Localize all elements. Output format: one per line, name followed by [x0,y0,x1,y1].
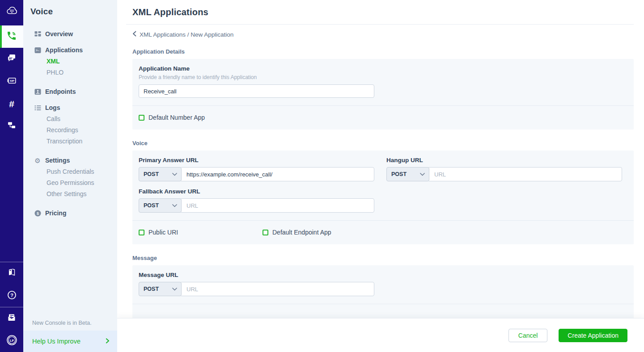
sidebar-item-label: Pricing [45,210,66,217]
help-us-improve-label: Help Us Improve [32,338,80,345]
sidebar-item-label: Settings [45,157,70,164]
chevron-down-icon [420,171,425,177]
sidebar-item-phlo[interactable]: PHLO [47,67,117,78]
svg-text:$: $ [36,211,38,215]
message-url-label: Message URL [139,272,627,278]
message-method-value: POST [144,286,159,292]
hangup-method-select[interactable]: POST [386,167,429,181]
sidebar-product-title: Voice [23,0,117,17]
hangup-url-input[interactable] [428,167,622,181]
sidebar-item-settings[interactable]: ⚙ Settings [34,155,117,166]
rail-phlo-button[interactable] [0,115,23,137]
main-content: XML Applications XML Applications / New … [117,0,644,352]
rail-phone-numbers-button[interactable]: # [0,92,23,115]
voice-card: Primary Answer URL POST Hangup URL [132,151,634,244]
icon-rail: SIP # ? [0,0,23,352]
phlo-sitemap-icon [6,120,17,132]
rail-account-button[interactable]: LF [0,330,23,352]
create-application-button[interactable]: Create Application [559,329,627,342]
account-avatar: LF [6,334,18,348]
sidebar-item-other-settings[interactable]: Other Settings [47,189,117,200]
plivo-logo-button[interactable] [0,0,23,22]
sidebar-item-endpoints[interactable]: Endpoints [34,86,117,97]
sidebar-item-xml[interactable]: XML [47,56,117,67]
fallback-method-value: POST [144,202,159,209]
sidebar-item-label: Endpoints [45,88,76,95]
default-number-app-checkbox[interactable] [139,115,144,121]
sidebar-item-overview[interactable]: Overview [34,28,117,40]
voice-phone-icon [6,30,17,43]
sidebar-item-label: Overview [45,30,73,38]
card-divider [132,220,634,221]
sidebar-item-geo-permissions[interactable]: Geo Permissions [47,177,117,189]
application-name-input[interactable] [139,84,374,98]
messaging-chat-icon [6,53,17,65]
sidebar: Voice Overview >- Applications XML PHLO [23,0,117,352]
message-url-input[interactable] [180,282,374,296]
sidebar-item-recordings[interactable]: Recordings [47,125,117,136]
section-label-voice: Voice [132,140,634,147]
rail-spacer [0,137,23,262]
help-us-improve-link[interactable]: Help Us Improve [23,331,117,352]
default-number-app-label: Default Number App [148,114,205,121]
cancel-button[interactable]: Cancel [508,329,548,342]
svg-text:LF: LF [9,338,14,342]
sidebar-item-logs[interactable]: Logs [34,102,117,113]
rail-docs-button[interactable] [0,262,23,285]
list-icon [34,104,41,111]
breadcrumb-text: XML Applications / New Application [140,31,233,38]
public-uri-label: Public URI [148,229,178,236]
sidebar-item-label: Applications [45,46,83,54]
endpoint-icon [34,88,41,95]
fallback-method-select[interactable]: POST [139,198,182,213]
application-details-card: Application Name Provide a friendly name… [132,59,634,130]
section-label-message: Message [132,255,634,261]
chevron-down-icon [172,202,177,209]
primary-answer-url-label: Primary Answer URL [139,157,374,163]
docs-book-icon [6,267,17,280]
beta-note: New Console is in Beta. [23,320,117,331]
plivo-logo-icon [6,4,18,18]
billing-invoice-icon: $ [6,312,17,325]
rail-sip-trunking-button[interactable]: SIP [0,70,23,92]
sidebar-item-calls[interactable]: Calls [47,113,117,125]
sidebar-item-pricing[interactable]: $ Pricing [34,207,117,219]
section-label-application-details: Application Details [132,48,634,55]
svg-text:?: ? [10,292,13,298]
sidebar-nav: Overview >- Applications XML PHLO [23,17,117,320]
footer-action-bar: Cancel Create Application [117,318,644,352]
dashboard-icon [34,30,41,38]
sidebar-item-transcription[interactable]: Transcription [47,136,117,147]
rail-billing-button[interactable]: $ [0,307,23,330]
default-endpoint-app-checkbox[interactable] [263,230,268,235]
public-uri-checkbox[interactable] [139,230,144,235]
rail-help-button[interactable]: ? [0,285,23,307]
primary-answer-url-input[interactable] [180,167,374,181]
title-divider [126,24,634,25]
fallback-answer-url-label: Fallback Answer URL [139,188,374,195]
gear-icon: ⚙ [34,157,41,164]
application-name-help: Provide a friendly name to identify this… [139,74,627,80]
message-method-select[interactable]: POST [139,282,182,296]
chevron-down-icon [172,286,177,292]
terminal-icon: >- [34,46,41,54]
rail-messaging-button[interactable] [0,48,23,70]
rail-voice-button[interactable] [0,25,23,48]
hangup-method-value: POST [391,171,407,177]
sip-trunking-icon: SIP [6,75,17,88]
sidebar-item-applications[interactable]: >- Applications [34,44,117,56]
fallback-answer-url-input[interactable] [180,198,374,213]
chevron-left-icon [132,31,136,38]
sidebar-item-label: Logs [45,104,60,111]
default-endpoint-app-label: Default Endpoint App [272,229,331,236]
application-name-label: Application Name [139,65,627,72]
breadcrumb[interactable]: XML Applications / New Application [132,31,634,38]
hash-icon: # [9,99,14,109]
primary-answer-method-select[interactable]: POST [139,167,182,181]
svg-text:SIP: SIP [9,79,14,82]
chevron-right-icon [105,337,110,345]
help-question-icon: ? [6,289,17,302]
sidebar-item-push-credentials[interactable]: Push Credentials [47,166,117,177]
svg-text:$: $ [10,314,12,317]
svg-text:>-: >- [36,48,39,52]
